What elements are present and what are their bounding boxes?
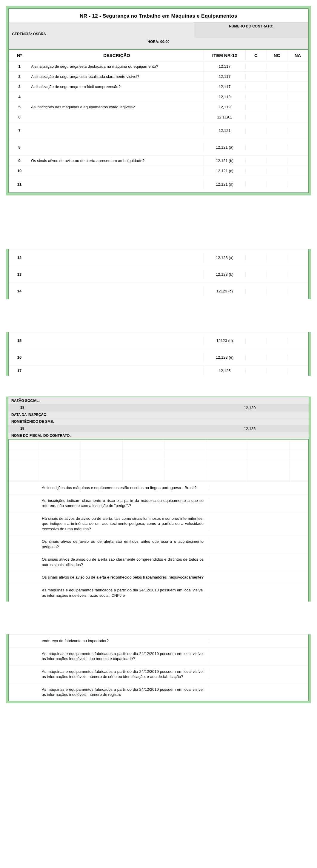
cell-n: 13 <box>9 270 30 279</box>
cell-nc[interactable] <box>266 74 287 80</box>
para-rest <box>209 588 308 598</box>
cell-c[interactable] <box>246 128 266 134</box>
paragraph-text: endereço do fabricante ou importador? <box>42 638 209 644</box>
cell-nc[interactable] <box>266 354 287 361</box>
cell-nc[interactable] <box>266 272 287 278</box>
cell-nc[interactable] <box>266 181 287 187</box>
paragraphs-group-2: endereço do fabricante ou importador?As … <box>9 634 308 701</box>
cell-na[interactable] <box>287 338 308 344</box>
para-spacer <box>9 498 42 508</box>
paragraph-row: Os sinais ativos de aviso ou de alerta é… <box>9 571 308 584</box>
cell-na[interactable] <box>287 94 308 100</box>
para-spacer <box>9 539 42 549</box>
meta-empty-left <box>9 22 194 30</box>
cell-nc[interactable] <box>266 338 287 344</box>
page-2: 1212.123 (a)1312.123 (b)1412123 (c) <box>0 249 317 299</box>
cell-n: 16 <box>9 353 30 362</box>
cell-c[interactable] <box>246 145 266 150</box>
cell-nc[interactable] <box>266 128 287 134</box>
meta2-nometec: NOMETÉCNICO DE SMS: <box>8 418 309 425</box>
cell-item: 12,117 <box>204 82 246 91</box>
cell-na[interactable] <box>287 272 308 278</box>
cell-desc: A sinalização de segurança esta destacad… <box>30 62 204 71</box>
cell-na[interactable] <box>287 74 308 80</box>
cell-na[interactable] <box>287 288 308 294</box>
cell-c[interactable] <box>246 64 266 69</box>
cell-desc <box>30 255 204 260</box>
hdr-na: NA <box>287 50 308 61</box>
rows-group-1: 1A sinalização de segurança esta destaca… <box>9 61 308 192</box>
cell-na[interactable] <box>287 181 308 187</box>
row19-item: 12,136 <box>194 426 306 431</box>
hdr-c: C <box>246 50 266 61</box>
para-spacer <box>9 669 42 679</box>
cell-na[interactable] <box>287 145 308 150</box>
cell-na[interactable] <box>287 354 308 361</box>
cell-nc[interactable] <box>266 255 287 261</box>
cell-nc[interactable] <box>266 368 287 374</box>
para-spacer <box>9 485 42 491</box>
cell-c[interactable] <box>246 288 266 294</box>
cell-c[interactable] <box>246 255 266 261</box>
cell-nc[interactable] <box>266 114 287 120</box>
table-row: 1412123 (c) <box>9 283 308 299</box>
cell-c[interactable] <box>246 104 266 110</box>
row18-item: 12,130 <box>194 405 306 410</box>
table-row: 812.121 (a) <box>9 139 308 155</box>
table-row: 5As inscrições das máquinas e equipament… <box>9 102 308 112</box>
meta2-block: RAZÃO SOCIAL: 18 12,130 DATA DA INSPEÇÃO… <box>8 397 309 439</box>
cell-na[interactable] <box>287 255 308 261</box>
cell-nc[interactable] <box>266 168 287 174</box>
cell-c[interactable] <box>246 84 266 90</box>
cell-c[interactable] <box>246 368 266 374</box>
cell-na[interactable] <box>287 168 308 174</box>
table-row: 1612.123 (e) <box>9 349 308 366</box>
meta-empty-right <box>194 30 308 38</box>
meta2-razao: RAZÃO SOCIAL: <box>8 397 309 404</box>
cell-nc[interactable] <box>266 64 287 69</box>
cell-c[interactable] <box>246 114 266 120</box>
cell-nc[interactable] <box>266 288 287 294</box>
cell-nc[interactable] <box>266 104 287 110</box>
cell-nc[interactable] <box>266 145 287 150</box>
cell-nc[interactable] <box>266 84 287 90</box>
cell-n: 3 <box>9 82 30 91</box>
cell-item: 12.121 (b) <box>204 156 246 165</box>
cell-na[interactable] <box>287 128 308 134</box>
cell-nc[interactable] <box>266 158 287 164</box>
para-spacer <box>9 638 42 644</box>
paragraph-text: Os sinais ativos de aviso ou de alerta é… <box>42 575 209 580</box>
row19-n: 19 <box>11 426 194 431</box>
paragraph-text: Os sinais ativos de aviso ou de alerta s… <box>42 557 209 567</box>
table-row: 1112.121 (d) <box>9 176 308 192</box>
hdr-nc: NC <box>266 50 287 61</box>
para-rest <box>209 638 308 644</box>
paragraph-row: Os sinais ativos de aviso ou de alerta s… <box>9 535 308 553</box>
paragraph-text: As máquinas e equipamentos fabricados a … <box>42 651 209 661</box>
cell-c[interactable] <box>246 74 266 80</box>
cell-na[interactable] <box>287 64 308 69</box>
cell-c[interactable] <box>246 94 266 100</box>
cell-c[interactable] <box>246 168 266 174</box>
para-spacer <box>9 575 42 580</box>
cell-item: 12,125 <box>204 366 246 375</box>
cell-na[interactable] <box>287 158 308 164</box>
cell-na[interactable] <box>287 104 308 110</box>
para-rest <box>209 651 308 661</box>
cell-c[interactable] <box>246 354 266 361</box>
cell-na[interactable] <box>287 368 308 374</box>
cell-desc <box>30 272 204 277</box>
cell-c[interactable] <box>246 272 266 278</box>
cell-c[interactable] <box>246 158 266 164</box>
cell-na[interactable] <box>287 114 308 120</box>
cell-desc <box>30 289 204 293</box>
cell-nc[interactable] <box>266 94 287 100</box>
page-paras2: endereço do fabricante ou importador?As … <box>0 634 317 709</box>
row18-n: 18 <box>11 405 194 410</box>
razao-social-label: RAZÃO SOCIAL: <box>11 399 194 403</box>
para-rest <box>209 669 308 679</box>
cell-c[interactable] <box>246 181 266 187</box>
cell-c[interactable] <box>246 338 266 344</box>
cell-na[interactable] <box>287 84 308 90</box>
cell-desc <box>30 369 204 373</box>
